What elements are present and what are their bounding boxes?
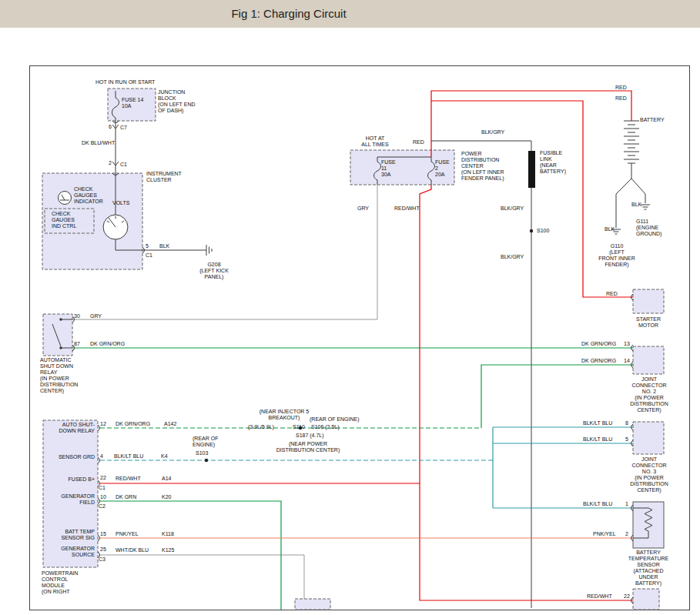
wire-label-red-1: RED — [615, 85, 627, 91]
circuit-k118: K118 — [162, 531, 174, 537]
splice-label-s106: S106 (2.5L) — [311, 424, 340, 430]
wire-label-blk-lt-blu-8: BLK/LT BLU — [583, 420, 612, 426]
pcm-generator-source-label: GENERATOR SOURCE — [61, 546, 95, 558]
wire-label-red-starter: RED — [606, 291, 618, 297]
hot-at-all-times-label: HOT AT ALL TIMES — [361, 135, 388, 148]
connector-c1-pcm: C1 — [99, 485, 106, 491]
circuit-k20: K20 — [162, 494, 171, 500]
joint-connector-2-label: JOINT CONNECTOR NO. 2 (IN POWER DISTRIBU… — [630, 376, 668, 413]
pin-13: 13 — [624, 341, 630, 347]
rear-of-engine-label-2: (REAR OF ENGINE) — [193, 436, 218, 448]
wiring-diagram-canvas — [0, 0, 700, 615]
check-gauges-ctrl-label: CHECK GAUGES IND CTRL — [52, 211, 76, 229]
connector-c3-pcm: C3 — [99, 557, 106, 563]
wire-label-dk-grn-org-left: DK GRN/ORG — [90, 341, 125, 347]
splice-label-s103: S103 — [196, 450, 208, 456]
pcm-batt-temp-label: BATT TEMP SENSOR SIG — [61, 529, 95, 541]
joint-connector-3-box — [633, 422, 664, 454]
wire-label-blk-lt-blu-k4: BLK/LT BLU — [114, 453, 143, 460]
pin-87: 87 — [74, 341, 80, 347]
pin-8: 8 — [625, 420, 628, 426]
diagram-frame — [30, 66, 690, 610]
pin-2-bts: 2 — [625, 531, 628, 537]
near-injector-label: (NEAR INJECTOR 5 BREAKOUT) — [260, 409, 309, 421]
wire-label-blk-gry-top: BLK/GRY — [481, 129, 504, 135]
bottom-right-connector-box — [633, 589, 659, 610]
pcm-asd-relay-label: AUTO SHUT- DOWN RELAY — [59, 422, 95, 434]
connector-c1-top: C1 — [120, 162, 127, 168]
wire-label-red-wht-bottom: RED/WHT — [587, 593, 612, 600]
wire-label-dk-grn-org-a142: DK GRN/ORG — [116, 421, 150, 427]
junction-block-label: JUNCTION BLOCK (ON LEFT END OF DASH) — [158, 89, 196, 114]
circuit-a14: A14 — [162, 476, 171, 482]
near-pdc-label: (NEAR POWER DISTRIBUTION CENTER) — [276, 441, 340, 453]
pin-1: 1 — [625, 501, 628, 507]
splice-dot-s100 — [530, 229, 533, 232]
circuit-k4: K4 — [161, 453, 168, 460]
battery-temp-sensor-box — [633, 502, 664, 548]
asd-relay-box — [43, 314, 72, 356]
connector-c1-bottom: C1 — [146, 252, 152, 259]
wire-label-dk-blu-wht: DK BLU/WHT — [82, 140, 115, 146]
wire-label-pnk-yel-k118: PNK/YEL — [116, 531, 139, 537]
pin-25: 25 — [100, 546, 106, 553]
pin-14: 14 — [624, 358, 630, 364]
wire-label-blk-g111: BLK — [631, 202, 641, 208]
rear-of-engine-label-1: (REAR OF ENGINE) — [310, 416, 360, 423]
pin-30: 30 — [74, 313, 80, 319]
connector-c2-pcm: C2 — [99, 503, 106, 510]
engine-39-59-label: (3.9L/5.9L) — [248, 424, 274, 430]
ground-label-g111: G111 (ENGINE GROUND) — [636, 219, 661, 237]
joint-connector-2-box — [633, 346, 664, 374]
wire-label-gry: GRY — [357, 206, 369, 212]
pin-5: 5 — [146, 243, 149, 249]
splice-dot-s103 — [205, 459, 208, 462]
fuse2-label: FUSE 2 20A — [435, 159, 450, 178]
fuse11-label: FUSE 11 30A — [381, 159, 396, 178]
wire-label-blk-lt-blu-1: BLK/LT BLU — [583, 501, 612, 507]
splice-label-s187: S187 (4.7L) — [296, 433, 324, 439]
wire-label-blk-gry-low: BLK/GRY — [501, 254, 524, 260]
pin-10: 10 — [100, 494, 106, 500]
battery-temp-sensor-label: BATTERY TEMPERATURE SENSOR (ATTACHED UND… — [628, 550, 668, 587]
fusible-link-label: FUSIBLE LINK (NEAR BATTERY) — [540, 150, 566, 175]
starter-motor-box — [633, 289, 664, 313]
pcm-generator-field-label: GENERATOR FIELD — [61, 493, 95, 506]
splice-label-s100: S100 — [537, 228, 549, 234]
pin-22: 22 — [100, 475, 106, 481]
wire-label-wht-dk-blu-k125: WHT/DK BLU — [116, 547, 149, 553]
relay-contact-dot — [59, 346, 62, 349]
wire-label-red-2: RED — [615, 95, 627, 102]
pin-4: 4 — [100, 453, 103, 460]
wire-label-red-wht: RED/WHT — [394, 206, 420, 212]
pin-15: 15 — [100, 531, 106, 537]
fuse14-label: FUSE 14 10A — [122, 97, 143, 109]
wire-label-pnk-yel-2: PNK/YEL — [593, 531, 616, 537]
instrument-cluster-label: INSTRUMENT CLUSTER — [146, 171, 182, 183]
pcm-label: POWERTRAIN CONTROL MODULE (ON RIGHT — [42, 570, 78, 595]
wire-label-dk-grn-k20: DK GRN — [116, 494, 136, 500]
starter-motor-label: STARTER MOTOR — [636, 316, 661, 329]
circuit-a142: A142 — [164, 421, 176, 427]
generator-box-cutoff — [295, 599, 330, 610]
connector-c7: C7 — [120, 125, 127, 131]
wire-label-blk-lt-blu-5: BLK/LT BLU — [583, 436, 612, 443]
asd-relay-label: AUTOMATIC SHUT DOWN RELAY (IN POWER DIST… — [40, 357, 78, 394]
wire-label-dk-grn-org-14: DK GRN/ORG — [581, 358, 616, 364]
fusible-link-bar — [528, 151, 535, 188]
volts-label: VOLTS — [112, 200, 129, 206]
check-gauges-indicator-label: CHECK GAUGES INDICATOR — [74, 186, 103, 205]
ground-label-g208: G208 (LEFT KICK PANEL) — [199, 262, 229, 280]
splice-label-s110: S110 — [293, 424, 305, 430]
pcm-fused-b-label: FUSED B+ — [69, 476, 95, 483]
check-gauges-indicator-icon — [59, 192, 72, 205]
circuit-k125: K125 — [162, 547, 174, 553]
relay-contact-dot — [59, 318, 62, 321]
wire-label-blk-g110: BLK — [605, 226, 615, 232]
joint-connector-3-label: JOINT CONNECTOR NO. 3 (IN POWER DISTRIBU… — [630, 456, 668, 493]
hot-in-run-label: HOT IN RUN OR START — [95, 79, 155, 85]
battery-label: BATTERY — [640, 117, 665, 123]
wire-label-red-wht-a14: RED/WHT — [116, 476, 141, 482]
pin-2: 2 — [109, 160, 112, 166]
wire-label-gry-relay: GRY — [90, 313, 102, 319]
